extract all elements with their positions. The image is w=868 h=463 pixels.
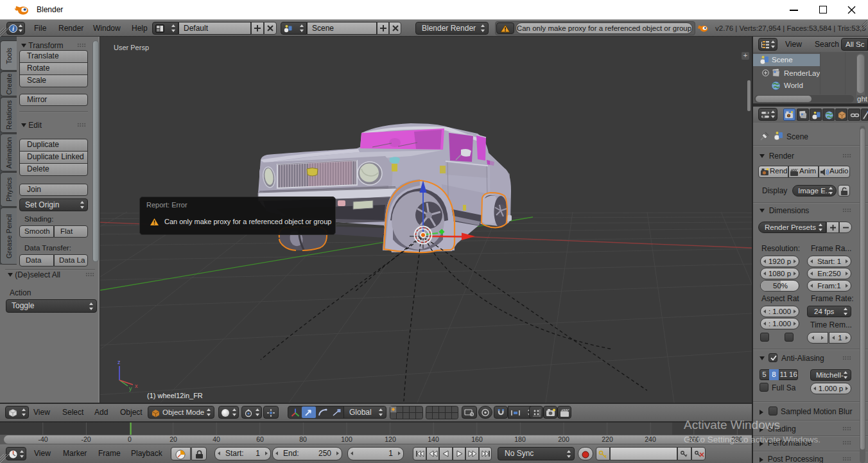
svg-text:y: y — [129, 385, 132, 392]
svg-text:z: z — [117, 359, 121, 365]
svg-text:i: i — [12, 26, 14, 32]
svg-text:x: x — [135, 383, 138, 389]
